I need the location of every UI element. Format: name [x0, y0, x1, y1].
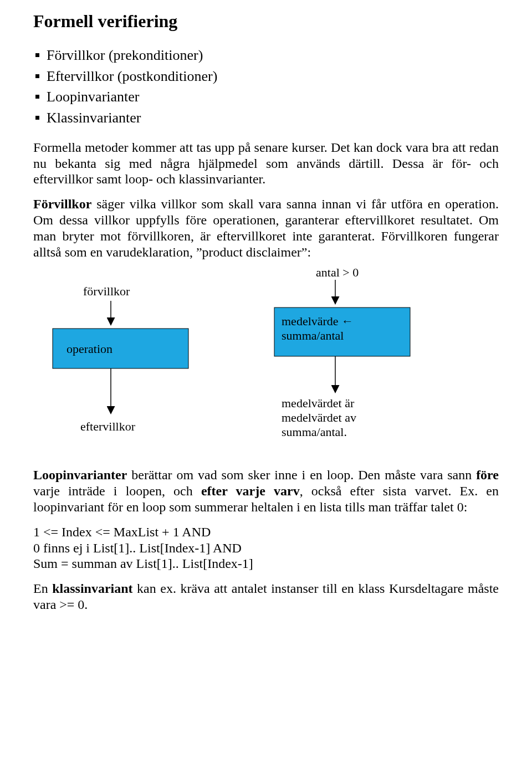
- paragraph: En klassinvariant kan ex. kräva att anta…: [33, 581, 499, 613]
- inline-text: säger vilka villkor som skall vara sanna…: [33, 197, 499, 259]
- diagram-svg: antal > 0 medelvärde ← summa/antal medel…: [33, 269, 499, 457]
- inline-text: berättar om vad som sker inne i en loop.…: [127, 468, 476, 482]
- bold-text: klassinvariant: [52, 581, 132, 596]
- code-line: 1 <= Index <= MaxList + 1 AND: [33, 524, 499, 540]
- document-page: Formell verifiering Förvillkor (prekondi…: [0, 0, 532, 779]
- inline-text: En: [33, 581, 52, 596]
- precondition-label-right: antal > 0: [316, 269, 359, 279]
- postcondition-label-left: eftervillkor: [80, 419, 136, 433]
- paragraph: Formella metoder kommer att tas upp på s…: [33, 140, 499, 187]
- bold-text: före: [476, 468, 499, 482]
- bold-text: Loopinvarianter: [33, 468, 127, 482]
- inline-text: varje inträde i loopen, och: [33, 484, 201, 498]
- postcondition-text-right-3: summa/antal.: [282, 425, 347, 439]
- flow-diagram: antal > 0 medelvärde ← summa/antal medel…: [33, 269, 499, 457]
- postcondition-text-right-1: medelvärdet är: [282, 396, 355, 410]
- bold-text: efter varje varv: [201, 484, 300, 498]
- list-item: Loopinvarianter: [33, 86, 499, 107]
- paragraph: Loopinvarianter berättar om vad som sker…: [33, 467, 499, 515]
- list-item: Eftervillkor (postkonditioner): [33, 66, 499, 87]
- code-line: 0 finns ej i List[1].. List[Index-1] AND: [33, 540, 499, 556]
- bullet-list: Förvillkor (prekonditioner) Eftervillkor…: [33, 45, 499, 129]
- operation-text-right-1: medelvärde ←: [282, 314, 354, 328]
- precondition-label-left: förvillkor: [83, 284, 130, 298]
- list-item: Förvillkor (prekonditioner): [33, 45, 499, 66]
- postcondition-text-right-2: medelvärdet av: [282, 411, 356, 424]
- list-item: Klassinvarianter: [33, 107, 499, 129]
- bold-text: Förvillkor: [33, 197, 91, 211]
- operation-text-right-2: summa/antal: [282, 329, 344, 342]
- operation-text-left: operation: [66, 342, 112, 356]
- page-title: Formell verifiering: [33, 11, 499, 32]
- code-line: Sum = summan av List[1].. List[Index-1]: [33, 556, 499, 572]
- paragraph: Förvillkor säger vilka villkor som skall…: [33, 196, 499, 260]
